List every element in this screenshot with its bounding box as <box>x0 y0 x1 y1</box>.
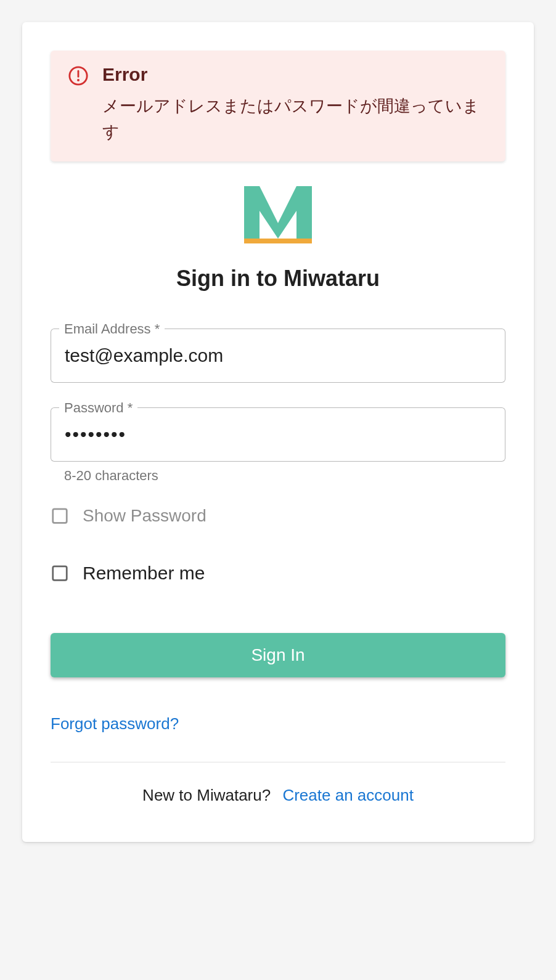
page-title: Sign in to Miwataru <box>51 266 505 292</box>
remember-me-toggle[interactable]: Remember me <box>51 563 505 584</box>
error-alert: Error メールアドレスまたはパスワードが間違っています <box>51 51 505 161</box>
error-message: メールアドレスまたはパスワードが間違っています <box>102 94 488 145</box>
checkbox-unchecked-icon <box>51 507 69 525</box>
svg-rect-4 <box>244 239 312 243</box>
svg-rect-5 <box>53 508 67 523</box>
password-field-wrap: Password * <box>51 407 505 462</box>
divider <box>51 762 505 762</box>
error-icon <box>68 65 89 86</box>
password-helper: 8-20 characters <box>64 468 505 484</box>
signin-card: Error メールアドレスまたはパスワードが間違っています Sign in to… <box>22 22 534 842</box>
sign-in-button[interactable]: Sign In <box>51 633 505 677</box>
svg-rect-6 <box>53 566 67 580</box>
password-label: Password * <box>59 400 137 416</box>
svg-marker-3 <box>244 186 312 239</box>
email-label: Email Address * <box>59 321 165 337</box>
show-password-label: Show Password <box>83 506 206 526</box>
email-field-wrap: Email Address * <box>51 329 505 383</box>
forgot-password-link[interactable]: Forgot password? <box>51 714 179 733</box>
error-title: Error <box>102 64 488 85</box>
create-account-link[interactable]: Create an account <box>282 786 413 804</box>
app-logo <box>51 186 505 247</box>
signup-prompt-text: New to Miwataru? <box>142 786 271 804</box>
svg-point-2 <box>77 79 80 81</box>
signup-prompt: New to Miwataru? Create an account <box>51 786 505 805</box>
remember-me-label: Remember me <box>83 563 205 584</box>
show-password-toggle[interactable]: Show Password <box>51 506 505 526</box>
checkbox-unchecked-icon <box>51 564 69 582</box>
